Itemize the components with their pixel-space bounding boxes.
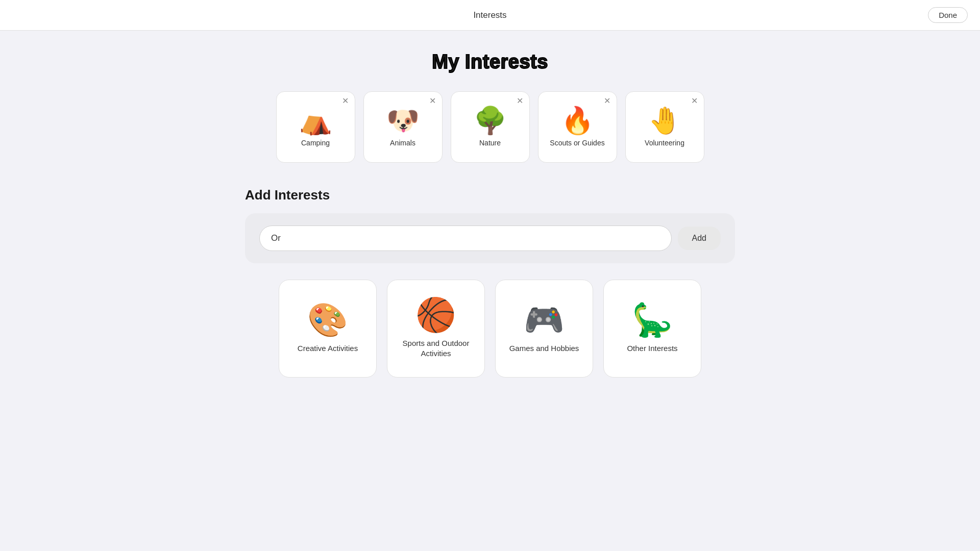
interest-card-animals: ✕ 🐶 Animals bbox=[363, 91, 443, 163]
animals-label: Animals bbox=[390, 139, 415, 147]
other-category-emoji: 🦕 bbox=[632, 304, 673, 336]
creative-category-label: Creative Activities bbox=[298, 343, 358, 354]
other-category-label: Other Interests bbox=[627, 343, 677, 354]
category-card-sports[interactable]: 🏀 Sports and Outdoor Activities bbox=[387, 280, 485, 378]
animals-emoji: 🐶 bbox=[386, 107, 420, 134]
category-card-other[interactable]: 🦕 Other Interests bbox=[603, 280, 701, 378]
interest-card-nature: ✕ 🌳 Nature bbox=[451, 91, 530, 163]
header-title: Interests bbox=[473, 10, 506, 20]
nature-emoji: 🌳 bbox=[474, 107, 507, 134]
remove-nature-button[interactable]: ✕ bbox=[517, 97, 523, 105]
add-button[interactable]: Add bbox=[678, 227, 721, 250]
volunteering-label: Volunteering bbox=[645, 139, 684, 147]
search-row: Add bbox=[259, 226, 721, 251]
search-input[interactable] bbox=[259, 226, 672, 251]
category-card-games[interactable]: 🎮 Games and Hobbies bbox=[495, 280, 593, 378]
add-interests-heading: Add Interests bbox=[245, 187, 735, 203]
header: Interests Done bbox=[0, 0, 980, 31]
games-category-label: Games and Hobbies bbox=[509, 343, 579, 354]
sports-category-emoji: 🏀 bbox=[415, 298, 456, 331]
interest-card-camping: ✕ ⛺ Camping bbox=[276, 91, 355, 163]
main-content: My Interests ✕ ⛺ Camping ✕ 🐶 Animals ✕ 🌳… bbox=[235, 31, 745, 398]
sports-category-label: Sports and Outdoor Activities bbox=[398, 338, 474, 359]
remove-volunteering-button[interactable]: ✕ bbox=[691, 97, 698, 105]
my-interests-heading: My Interests bbox=[245, 51, 735, 73]
remove-scouts-button[interactable]: ✕ bbox=[604, 97, 610, 105]
done-button[interactable]: Done bbox=[928, 7, 968, 23]
nature-label: Nature bbox=[479, 139, 501, 147]
camping-emoji: ⛺ bbox=[299, 107, 332, 134]
category-card-creative[interactable]: 🎨 Creative Activities bbox=[279, 280, 377, 378]
remove-camping-button[interactable]: ✕ bbox=[342, 97, 349, 105]
selected-interests-list: ✕ ⛺ Camping ✕ 🐶 Animals ✕ 🌳 Nature ✕ 🔥 S… bbox=[245, 91, 735, 163]
camping-label: Camping bbox=[301, 139, 330, 147]
creative-category-emoji: 🎨 bbox=[307, 304, 348, 336]
games-category-emoji: 🎮 bbox=[524, 304, 565, 336]
interest-card-scouts: ✕ 🔥 Scouts or Guides bbox=[538, 91, 617, 163]
scouts-label: Scouts or Guides bbox=[550, 139, 604, 147]
search-area: Add bbox=[245, 213, 735, 263]
interest-card-volunteering: ✕ 🤚 Volunteering bbox=[625, 91, 704, 163]
volunteering-emoji: 🤚 bbox=[648, 107, 681, 134]
scouts-emoji: 🔥 bbox=[561, 107, 594, 134]
remove-animals-button[interactable]: ✕ bbox=[429, 97, 436, 105]
category-grid: 🎨 Creative Activities 🏀 Sports and Outdo… bbox=[245, 280, 735, 378]
